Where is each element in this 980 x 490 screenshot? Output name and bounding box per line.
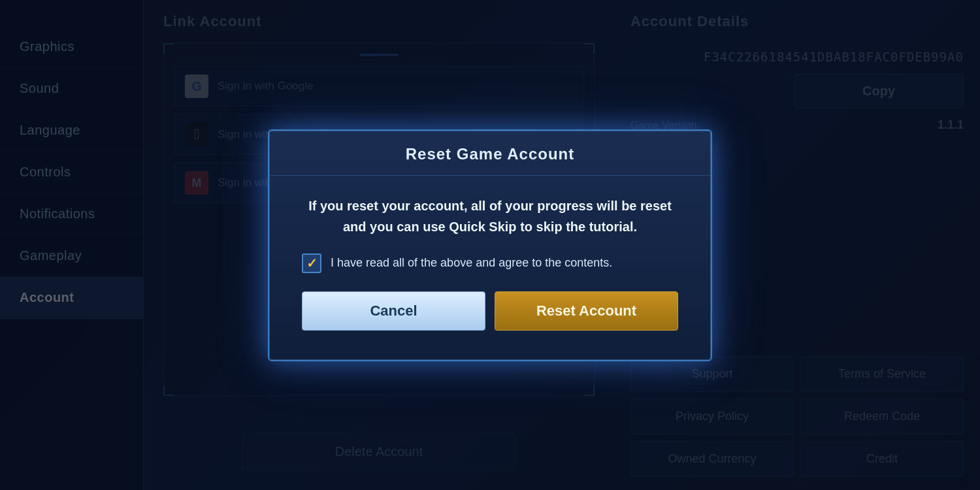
reset-account-button[interactable]: Reset Account (495, 291, 678, 331)
agree-label: I have read all of the above and agree t… (331, 256, 612, 270)
modal-overlay: Reset Game Account If you reset your acc… (0, 0, 980, 490)
agree-checkbox[interactable]: ✓ (302, 253, 321, 273)
cancel-button[interactable]: Cancel (302, 291, 485, 331)
reset-modal: Reset Game Account If you reset your acc… (268, 129, 712, 361)
modal-checkbox-row: ✓ I have read all of the above and agree… (302, 253, 678, 273)
modal-body: If you reset your account, all of your p… (269, 176, 711, 360)
modal-message: If you reset your account, all of your p… (302, 195, 678, 237)
modal-header: Reset Game Account (269, 131, 711, 176)
checkmark-icon: ✓ (306, 255, 318, 271)
modal-buttons: Cancel Reset Account (302, 291, 678, 347)
modal-title: Reset Game Account (289, 145, 691, 163)
